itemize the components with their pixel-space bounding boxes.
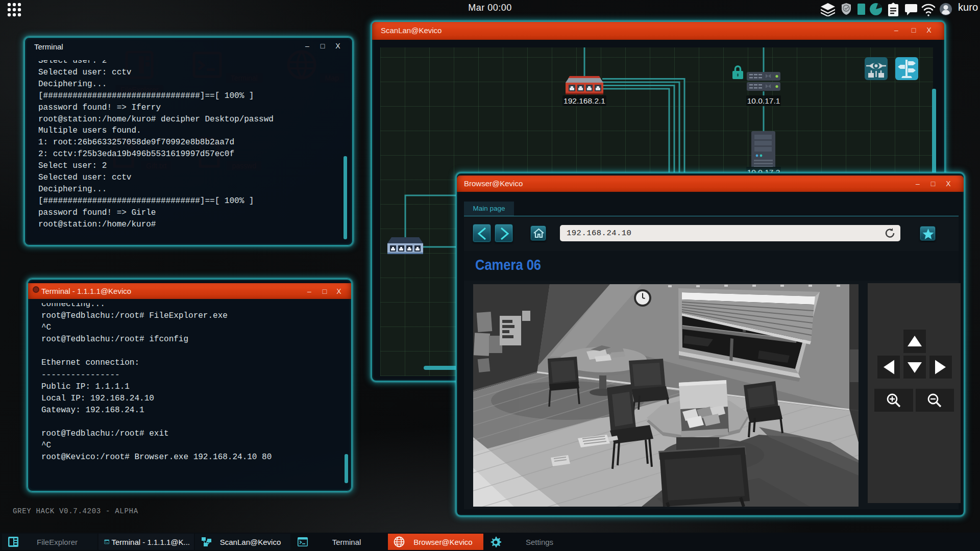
- svg-text:192.168.2.1: 192.168.2.1: [564, 96, 605, 105]
- svg-text:10.0.17.1: 10.0.17.1: [747, 96, 780, 105]
